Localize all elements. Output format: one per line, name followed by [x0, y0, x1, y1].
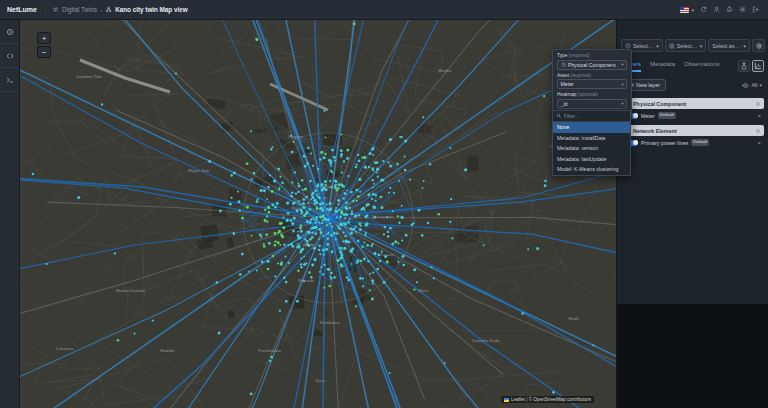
layer-row: Primary power linesDefault×	[621, 136, 764, 149]
field-label: Asset (required)	[557, 73, 627, 78]
remove-layer-icon[interactable]: ×	[757, 140, 761, 146]
svg-text:Dala: Dala	[292, 206, 301, 211]
filter-input[interactable]	[564, 113, 628, 119]
svg-text:Gwale: Gwale	[302, 242, 315, 247]
default-badge: Default	[691, 139, 709, 145]
heatmap-select[interactable]: _id▾	[557, 99, 627, 109]
select-fa-dropdown[interactable]: Select fa...▾	[665, 39, 707, 52]
gear-icon	[755, 42, 763, 50]
chevron-down-icon: ▾	[621, 62, 623, 67]
scatter-tool-button[interactable]	[752, 60, 764, 72]
selector-label: Select fa...	[677, 43, 698, 49]
svg-text:Wudil: Wudil	[568, 316, 579, 321]
sidebar-item-terminal[interactable]	[0, 68, 19, 92]
search-icon	[556, 113, 562, 119]
terminal-icon	[6, 76, 14, 84]
user-button[interactable]	[713, 6, 720, 13]
attribution-text[interactable]: Leaflet | © OpenStreetMap contributors	[511, 397, 591, 402]
map-canvas[interactable]: Dawakin TofaMinjibirGezawaUngogoRijiyar …	[20, 20, 616, 408]
selector-label: Select asset	[712, 43, 741, 49]
svg-text:Dawakin Tofa: Dawakin Tofa	[76, 74, 102, 79]
heatmap-option-metadata-installdate[interactable]: Metadata: installDate	[553, 133, 630, 144]
refresh-icon	[700, 6, 707, 13]
heatmap-option-none[interactable]: None	[553, 122, 630, 133]
chevron-down-icon: ▾	[621, 82, 623, 87]
svg-text:Tarauni: Tarauni	[380, 252, 394, 257]
layer-actions-row: New layer All ▾	[617, 72, 768, 91]
filter-row	[553, 111, 630, 122]
select-value: _id	[561, 101, 568, 107]
layer-group-header[interactable]: Network Element	[621, 125, 764, 136]
chevron-down-icon: ▾	[621, 101, 623, 106]
heatmap-option-metadata-lastupdate[interactable]: Metadata: lastUpdate	[553, 154, 630, 165]
collapse-icon[interactable]	[755, 101, 761, 107]
layer-group: Network ElementPrimary power linesDefaul…	[621, 125, 764, 149]
sidebar-item-code[interactable]	[0, 44, 19, 68]
app-logo[interactable]: NetLume	[0, 6, 46, 13]
svg-text:Ungogo: Ungogo	[288, 134, 304, 139]
building-icon	[669, 43, 675, 49]
select-asset-dropdown[interactable]: Select asset▾	[708, 39, 750, 52]
flask-tool-button[interactable]	[738, 60, 750, 72]
breadcrumb-separator: ›	[100, 7, 102, 13]
svg-text:Kumbotso: Kumbotso	[320, 320, 340, 325]
panel-settings-button[interactable]	[752, 39, 765, 52]
netlume-app: NetLume Digital Twins › Kano city twin M…	[0, 0, 768, 408]
type-select[interactable]: Physical Component▾	[557, 60, 627, 70]
map-visualization: Dawakin TofaMinjibirGezawaUngogoRijiyar …	[20, 20, 616, 408]
component-icon	[625, 43, 631, 49]
eye-icon	[742, 82, 749, 89]
field-required-hint: (required)	[569, 53, 590, 58]
breadcrumb-section[interactable]: Digital Twins	[62, 6, 97, 13]
component-icon	[561, 62, 567, 68]
svg-text:Panshekara: Panshekara	[258, 348, 282, 353]
tab-observations[interactable]: Observations	[684, 61, 719, 72]
selector-label: Select ty...	[633, 43, 654, 49]
page-title: Kano city twin Map view	[115, 6, 187, 13]
svg-text:Lakwaria: Lakwaria	[56, 346, 74, 351]
remove-layer-icon[interactable]: ×	[757, 113, 761, 119]
layer-group: Physical ComponentMeterDefault×	[621, 98, 764, 122]
svg-text:Dawakin Kudu: Dawakin Kudu	[472, 338, 500, 343]
map-attribution: Leaflet | © OpenStreetMap contributors	[501, 396, 594, 403]
svg-text:Rijiyar Zaki: Rijiyar Zaki	[188, 168, 209, 173]
asset-select[interactable]: Meter▾	[557, 79, 627, 89]
hub-icon	[6, 28, 14, 36]
logout-icon	[752, 6, 759, 13]
collapse-icon[interactable]	[755, 128, 761, 134]
layer-group-title: Physical Component	[633, 101, 686, 107]
layer-name: Primary power lines	[641, 140, 688, 146]
svg-text:Hawan Dawaki: Hawan Dawaki	[116, 288, 145, 293]
chevron-down-icon: ▾	[759, 82, 762, 88]
chevron-down-icon: ▾	[744, 43, 747, 49]
entity-selector-row: Select ty...▾Select fa...▾Select asset▾	[617, 20, 768, 52]
user-icon	[713, 6, 720, 13]
zoom-out-button[interactable]: −	[37, 46, 51, 58]
field-label: Type (required)	[557, 53, 627, 58]
tab-metadata[interactable]: Metadata	[650, 61, 675, 72]
breadcrumb: Digital Twins › Kano city twin Map view	[52, 6, 188, 13]
svg-text:Mariri: Mariri	[418, 288, 429, 293]
select-value: Meter	[561, 81, 574, 87]
field-name: Heatmap	[557, 92, 578, 97]
logout-button[interactable]	[752, 6, 759, 13]
bell-button[interactable]	[726, 6, 733, 13]
us-flag-icon	[680, 7, 689, 13]
svg-text:Nassarawa: Nassarawa	[372, 214, 394, 219]
settings-button[interactable]	[739, 6, 746, 13]
heatmap-option-model-k-means-clustering[interactable]: Model: K-Means clustering	[553, 164, 630, 175]
visibility-filter-dropdown[interactable]: All ▾	[742, 82, 762, 89]
panel-empty-area	[617, 304, 768, 408]
sidebar-item-hub[interactable]	[0, 20, 19, 44]
layer-group-header[interactable]: Physical Component	[621, 98, 764, 109]
header-actions: ▾	[680, 6, 768, 13]
chevron-down-icon: ▾	[700, 43, 703, 49]
zoom-in-button[interactable]: +	[37, 32, 51, 44]
language-selector[interactable]: ▾	[680, 7, 694, 13]
settings-icon	[739, 6, 746, 13]
layer-group-title: Network Element	[633, 128, 677, 134]
refresh-button[interactable]	[700, 6, 707, 13]
heatmap-option-metadata-version[interactable]: Metadata: version	[553, 143, 630, 154]
asset-field: Asset (required)Meter▾	[557, 73, 627, 90]
layer-name: Meter	[641, 113, 655, 119]
